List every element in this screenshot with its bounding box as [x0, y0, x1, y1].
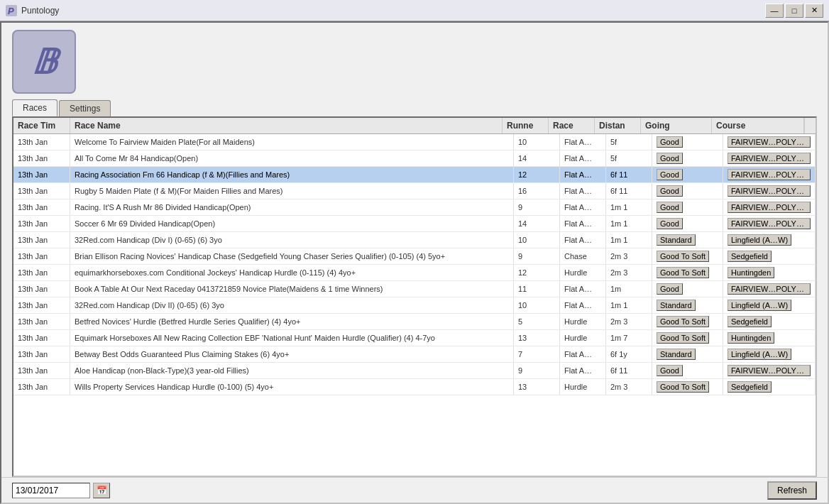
going-button[interactable]: Good [657, 283, 683, 295]
going-button[interactable]: Good [657, 136, 683, 148]
cell-going[interactable]: Good [652, 281, 723, 297]
going-button[interactable]: Good To Soft [657, 251, 709, 262]
cell-race_type: Flat A… [560, 167, 606, 182]
cell-course[interactable]: Lingfield (A…W) [723, 346, 816, 362]
cell-going[interactable]: Good [652, 167, 723, 182]
table-row[interactable]: 13th JanRacing. It'S A Rush Mr 86 Divide… [13, 199, 816, 216]
going-button[interactable]: Good [657, 169, 683, 180]
cell-going[interactable]: Good To Soft [652, 314, 723, 329]
table-row[interactable]: 13th JanBook A Table At Our Next Raceday… [13, 281, 816, 297]
going-button[interactable]: Good [657, 153, 683, 164]
table-row[interactable]: 13th JanBrian Ellison Racing Novices' Ha… [13, 248, 816, 265]
cell-course[interactable]: FAIRVIEW…POLYTRACK [723, 281, 816, 297]
course-button[interactable]: Lingfield (A…W) [728, 234, 791, 246]
cell-going[interactable]: Good To Soft [652, 265, 723, 280]
course-button[interactable]: FAIRVIEW…POLYTRACK [728, 153, 811, 164]
cell-course[interactable]: Sedgefield [723, 248, 816, 264]
cell-going[interactable]: Good To Soft [652, 379, 723, 395]
cell-race_name: Welcome To Fairview Maiden Plate(For all… [70, 134, 514, 150]
going-button[interactable]: Good [657, 365, 683, 376]
course-button[interactable]: FAIRVIEW…POLYTRACK [728, 202, 811, 213]
course-button[interactable]: Sedgefield [728, 316, 772, 327]
table-row[interactable]: 13th JanWelcome To Fairview Maiden Plate… [13, 134, 816, 150]
cell-course[interactable]: FAIRVIEW…POLYTRACK [723, 216, 816, 231]
course-button[interactable]: FAIRVIEW…POLYTRACK [728, 169, 811, 180]
cell-course[interactable]: FAIRVIEW…POLYTRACK [723, 183, 816, 199]
table-row[interactable]: 13th JanRugby 5 Maiden Plate (f & M)(For… [13, 183, 816, 199]
cell-runners: 16 [514, 183, 560, 199]
going-button[interactable]: Good To Soft [657, 381, 709, 393]
table-row[interactable]: 13th JanAloe Handicap (non-Black-Type)(3… [13, 363, 816, 379]
going-button[interactable]: Good To Soft [657, 267, 709, 278]
cell-going[interactable]: Good [652, 363, 723, 378]
course-button[interactable]: Huntingden [728, 332, 774, 344]
cell-going[interactable]: Good To Soft [652, 248, 723, 264]
course-button[interactable]: Sedgefield [728, 381, 772, 393]
cell-course[interactable]: FAIRVIEW…POLYTRACK [723, 134, 816, 150]
cell-going[interactable]: Good [652, 216, 723, 231]
table-row[interactable]: 13th JanBetfred Novices' Hurdle (Betfred… [13, 314, 816, 330]
table-row[interactable]: 13th JanSoccer 6 Mr 69 Divided Handicap(… [13, 216, 816, 232]
cell-course[interactable]: FAIRVIEW…POLYTRACK [723, 363, 816, 378]
course-button[interactable]: Huntingden [728, 267, 774, 278]
going-button[interactable]: Good To Soft [657, 332, 709, 344]
close-button[interactable]: ✕ [805, 4, 823, 18]
cell-course[interactable]: FAIRVIEW…POLYTRACK [723, 167, 816, 182]
cell-going[interactable]: Good [652, 150, 723, 166]
cell-going[interactable]: Good [652, 199, 723, 215]
going-button[interactable]: Good To Soft [657, 316, 709, 327]
course-button[interactable]: FAIRVIEW…POLYTRACK [728, 283, 811, 295]
going-button[interactable]: Good [657, 218, 683, 229]
going-button[interactable]: Standard [657, 349, 696, 360]
table-row[interactable]: 13th Jan32Red.com Handicap (Div II) (0-6… [13, 297, 816, 314]
course-button[interactable]: FAIRVIEW…POLYTRACK [728, 365, 811, 376]
table-row[interactable]: 13th JanBetway Best Odds Guaranteed Plus… [13, 346, 816, 363]
cell-course[interactable]: Lingfield (A…W) [723, 297, 816, 313]
cell-course[interactable]: FAIRVIEW…POLYTRACK [723, 199, 816, 215]
going-button[interactable]: Good [657, 202, 683, 213]
table-body[interactable]: 13th JanWelcome To Fairview Maiden Plate… [13, 134, 816, 476]
calendar-button[interactable]: 📅 [93, 483, 110, 498]
cell-course[interactable]: Sedgefield [723, 314, 816, 329]
maximize-button[interactable]: □ [785, 4, 803, 18]
cell-race_time: 13th Jan [13, 314, 70, 329]
cell-course[interactable]: Huntingden [723, 330, 816, 346]
course-button[interactable]: FAIRVIEW…POLYTRACK [728, 218, 811, 229]
table-row[interactable]: 13th JanWills Property Services Handicap… [13, 379, 816, 395]
course-button[interactable]: Lingfield (A…W) [728, 300, 791, 311]
cell-race_name: Betfred Novices' Hurdle (Betfred Hurdle … [70, 314, 514, 329]
table-row[interactable]: 13th Janequimarkhorseboxes.com Condition… [13, 265, 816, 281]
tab-races[interactable]: Races [12, 99, 57, 116]
going-button[interactable]: Standard [657, 234, 696, 246]
table-row[interactable]: 13th JanEquimark Horseboxes All New Raci… [13, 330, 816, 346]
cell-going[interactable]: Good [652, 183, 723, 199]
cell-race_type: Flat A… [560, 216, 606, 231]
cell-course[interactable]: Lingfield (A…W) [723, 232, 816, 248]
cell-race_type: Flat A… [560, 183, 606, 199]
cell-course[interactable]: Huntingden [723, 265, 816, 280]
cell-course[interactable]: Sedgefield [723, 379, 816, 395]
table-row[interactable]: 13th JanAll To Come Mr 84 Handicap(Open)… [13, 150, 816, 167]
tab-settings[interactable]: Settings [59, 100, 111, 116]
going-button[interactable]: Standard [657, 300, 696, 311]
cell-race_name: 32Red.com Handicap (Div I) (0-65) (6) 3y… [70, 232, 514, 248]
cell-going[interactable]: Good [652, 134, 723, 150]
course-button[interactable]: FAIRVIEW…POLYTRACK [728, 136, 811, 148]
minimize-button[interactable]: — [765, 4, 784, 18]
refresh-button[interactable]: Refresh [767, 481, 817, 500]
course-button[interactable]: Sedgefield [728, 251, 772, 262]
cell-distance: 1m 7 [606, 330, 652, 346]
cell-course[interactable]: FAIRVIEW…POLYTRACK [723, 150, 816, 166]
cell-going[interactable]: Good To Soft [652, 330, 723, 346]
cell-going[interactable]: Standard [652, 232, 723, 248]
cell-distance: 6f 11 [606, 183, 652, 199]
course-button[interactable]: FAIRVIEW…POLYTRACK [728, 185, 811, 197]
table-row[interactable]: 13th JanRacing Association Fm 66 Handica… [13, 167, 816, 183]
cell-runners: 13 [514, 330, 560, 346]
cell-going[interactable]: Standard [652, 297, 723, 313]
date-input[interactable] [12, 483, 90, 498]
table-row[interactable]: 13th Jan32Red.com Handicap (Div I) (0-65… [13, 232, 816, 248]
course-button[interactable]: Lingfield (A…W) [728, 349, 791, 360]
going-button[interactable]: Good [657, 185, 683, 197]
cell-going[interactable]: Standard [652, 346, 723, 362]
